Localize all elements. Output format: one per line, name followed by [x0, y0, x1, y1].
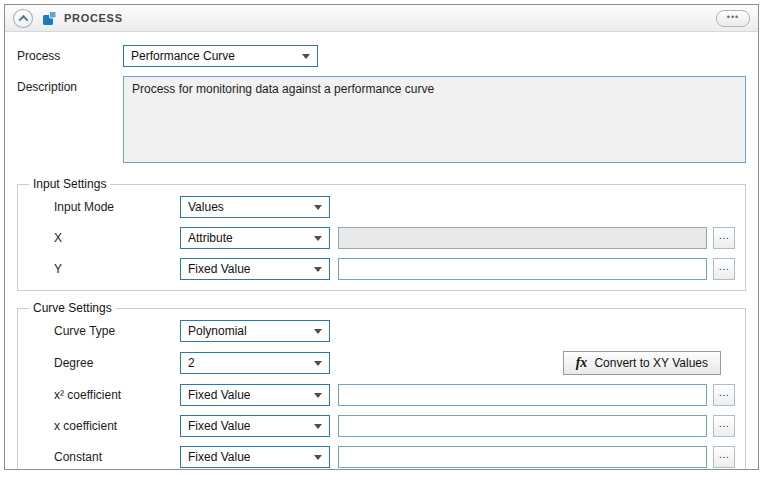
x-value-input — [338, 227, 707, 249]
y-label: Y — [28, 262, 180, 276]
convert-to-xy-label: Convert to XY Values — [594, 356, 708, 370]
chevron-down-icon — [314, 424, 322, 429]
x2-more-button[interactable]: ... — [713, 384, 735, 406]
input-settings-title: Input Settings — [29, 177, 110, 191]
description-label: Description — [17, 76, 123, 94]
curve-type-dropdown-value: Polynomial — [188, 324, 247, 338]
chevron-down-icon — [314, 236, 322, 241]
convert-to-xy-button[interactable]: fx Convert to XY Values — [563, 351, 721, 375]
input-mode-dropdown-value: Values — [188, 200, 224, 214]
process-label: Process — [17, 49, 123, 63]
y-mode-dropdown-value: Fixed Value — [188, 262, 250, 276]
constant-row: Constant Fixed Value ... — [28, 446, 735, 468]
panel-header: PROCESS ••• — [5, 5, 758, 32]
description-textbox[interactable]: Process for monitoring data against a pe… — [123, 76, 746, 163]
xcoef-mode-dropdown-value: Fixed Value — [188, 419, 250, 433]
description-row: Description Process for monitoring data … — [17, 76, 746, 163]
more-label: ... — [719, 449, 730, 460]
input-mode-row: Input Mode Values — [28, 196, 735, 218]
x-mode-dropdown[interactable]: Attribute — [180, 227, 330, 249]
process-row: Process Performance Curve — [17, 45, 746, 67]
curve-settings-group: Curve Settings Curve Type Polynomial Deg… — [17, 301, 746, 469]
collapse-button[interactable] — [13, 9, 33, 28]
x-coefficient-row: x coefficient Fixed Value ... — [28, 415, 735, 437]
curve-type-dropdown[interactable]: Polynomial — [180, 320, 330, 342]
chevron-down-icon — [314, 393, 322, 398]
degree-row: Degree 2 fx Convert to XY Values — [28, 351, 735, 375]
x-label: X — [28, 231, 180, 245]
more-label: ... — [719, 230, 730, 241]
constant-mode-dropdown[interactable]: Fixed Value — [180, 446, 330, 468]
chevron-up-icon — [18, 14, 28, 24]
x2-mode-dropdown-value: Fixed Value — [188, 388, 250, 402]
panel-content: Process Performance Curve Description Pr… — [5, 32, 758, 469]
x2-value-input[interactable] — [338, 384, 707, 406]
x2-mode-dropdown[interactable]: Fixed Value — [180, 384, 330, 406]
fx-icon: fx — [576, 355, 588, 371]
degree-dropdown-value: 2 — [188, 356, 195, 370]
options-button[interactable]: ••• — [716, 10, 750, 27]
y-row: Y Fixed Value ... — [28, 258, 735, 280]
more-label: ... — [719, 261, 730, 272]
curve-type-label: Curve Type — [28, 324, 180, 338]
chevron-down-icon — [314, 455, 322, 460]
x2-coefficient-label: x² coefficient — [28, 388, 180, 402]
xcoef-mode-dropdown[interactable]: Fixed Value — [180, 415, 330, 437]
x2-coefficient-row: x² coefficient Fixed Value ... — [28, 384, 735, 406]
panel-title: PROCESS — [64, 12, 123, 24]
process-icon — [42, 11, 57, 26]
chevron-down-icon — [302, 54, 310, 59]
y-more-button[interactable]: ... — [713, 258, 735, 280]
input-settings-group: Input Settings Input Mode Values X Attri… — [17, 177, 746, 291]
chevron-down-icon — [314, 205, 322, 210]
x-more-button[interactable]: ... — [713, 227, 735, 249]
y-mode-dropdown[interactable]: Fixed Value — [180, 258, 330, 280]
x-mode-dropdown-value: Attribute — [188, 231, 233, 245]
xcoef-value-input[interactable] — [338, 415, 707, 437]
input-mode-label: Input Mode — [28, 200, 180, 214]
chevron-down-icon — [314, 361, 322, 366]
ellipsis-icon: ••• — [727, 13, 739, 22]
process-panel: PROCESS ••• Process Performance Curve De… — [4, 4, 759, 470]
y-value-input[interactable] — [338, 258, 707, 280]
curve-settings-title: Curve Settings — [29, 301, 116, 315]
screenshot-area: PROCESS ••• Process Performance Curve De… — [0, 0, 775, 478]
degree-label: Degree — [28, 356, 180, 370]
constant-label: Constant — [28, 450, 180, 464]
chevron-down-icon — [314, 329, 322, 334]
x-row: X Attribute ... — [28, 227, 735, 249]
more-label: ... — [719, 387, 730, 398]
constant-more-button[interactable]: ... — [713, 446, 735, 468]
input-mode-dropdown[interactable]: Values — [180, 196, 330, 218]
constant-value-input[interactable] — [338, 446, 707, 468]
more-label: ... — [719, 418, 730, 429]
constant-mode-dropdown-value: Fixed Value — [188, 450, 250, 464]
degree-dropdown[interactable]: 2 — [180, 352, 330, 374]
process-dropdown[interactable]: Performance Curve — [123, 45, 318, 67]
x-coefficient-label: x coefficient — [28, 419, 180, 433]
curve-type-row: Curve Type Polynomial — [28, 320, 735, 342]
process-dropdown-value: Performance Curve — [131, 49, 235, 63]
xcoef-more-button[interactable]: ... — [713, 415, 735, 437]
chevron-down-icon — [314, 267, 322, 272]
